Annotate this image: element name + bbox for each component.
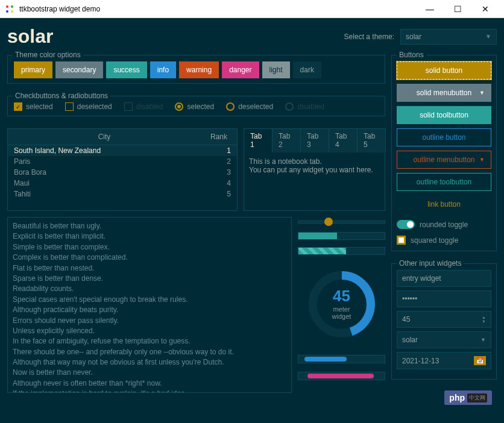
color-success-button[interactable]: success <box>106 61 146 78</box>
color-light-button[interactable]: light <box>262 61 290 78</box>
color-warning-button[interactable]: warning <box>179 61 219 78</box>
theme-title: solar <box>7 25 344 48</box>
tree-row[interactable]: South Island, New Zealand1 <box>8 145 237 156</box>
text-widget[interactable]: Beautiful is better than ugly.Explicit i… <box>7 217 292 393</box>
tab-4[interactable]: Tab 4 <box>329 128 358 152</box>
color-info-button[interactable]: info <box>150 61 176 78</box>
tree-row[interactable]: Paris2 <box>8 156 237 167</box>
checkbox-checked-icon: ✓ <box>14 102 22 111</box>
meter-label: meter widget <box>324 305 360 319</box>
progressbar-striped <box>298 247 385 255</box>
radiobutton-disabled: disabled <box>285 102 324 111</box>
radio-unchecked-icon <box>226 102 235 111</box>
notebook: Tab 1 Tab 2 Tab 3 Tab 4 Tab 5 This is a … <box>244 128 385 211</box>
radiobutton-deselected[interactable]: deselected <box>226 102 273 111</box>
inputs-frame: Other input widgets entry widget •••••• … <box>391 263 497 380</box>
tab-3[interactable]: Tab 3 <box>300 128 329 152</box>
tab-1[interactable]: Tab 1 <box>244 128 272 152</box>
select-theme-label: Select a theme: <box>344 33 394 41</box>
svg-point-1 <box>11 5 13 8</box>
checkbutton-deselected[interactable]: deselected <box>65 102 112 111</box>
rounded-toggle[interactable]: rounded toggle <box>397 220 491 229</box>
outline-menubutton[interactable]: outline menubutton▼ <box>397 151 491 169</box>
toggle-round-icon <box>397 220 415 229</box>
tab-content: This is a notebook tab. You can put any … <box>244 152 385 211</box>
buttons-frame-label: Buttons <box>397 51 426 59</box>
meter-value: 45 <box>324 286 360 305</box>
combobox[interactable]: solar▼ <box>397 331 491 348</box>
tree-row[interactable]: Maui4 <box>8 178 237 189</box>
spinbox-arrows-icon[interactable]: ▲▼ <box>482 315 486 324</box>
checks-frame: Checkbuttons & radiobuttons ✓ selected d… <box>7 96 385 116</box>
svg-point-0 <box>6 5 8 8</box>
outline-button[interactable]: outline button <box>397 128 491 146</box>
outline-toolbutton[interactable]: outline toolbutton <box>397 173 491 191</box>
tab-2[interactable]: Tab 2 <box>272 128 301 152</box>
radiobutton-selected[interactable]: selected <box>175 102 214 111</box>
spinbox[interactable]: 45▲▼ <box>397 311 491 328</box>
scrollbar-info[interactable] <box>298 355 385 363</box>
app-icon <box>5 4 14 14</box>
caret-down-icon: ▼ <box>479 90 485 96</box>
entry-widget[interactable]: entry widget <box>397 270 491 287</box>
chevron-down-icon: ▼ <box>480 337 486 343</box>
color-primary-button[interactable]: primary <box>14 61 52 78</box>
tree-header-rank[interactable]: Rank <box>201 129 237 145</box>
tree-header-city[interactable]: City <box>8 129 201 145</box>
solid-button[interactable]: solid button <box>397 61 491 80</box>
tab-5[interactable]: Tab 5 <box>357 128 386 152</box>
meter-widget: 45 meter widget <box>306 268 378 340</box>
color-options-frame: Theme color options primary secondary su… <box>7 55 385 84</box>
toggle-square-icon <box>397 236 406 245</box>
scale-thumb[interactable] <box>324 218 333 226</box>
tree-row[interactable]: Tahiti5 <box>8 189 237 199</box>
color-danger-button[interactable]: danger <box>222 61 259 78</box>
buttons-frame: Buttons solid button solid menubutton▼ s… <box>391 55 497 251</box>
window-title: ttkbootstrap widget demo <box>19 5 416 13</box>
color-secondary-button[interactable]: secondary <box>55 61 103 78</box>
inputs-frame-label: Other input widgets <box>397 259 464 268</box>
radio-checked-icon <box>175 102 183 111</box>
chevron-down-icon: ▼ <box>485 33 491 40</box>
svg-point-2 <box>6 10 8 13</box>
color-options-label: Theme color options <box>13 51 83 59</box>
color-dark-button[interactable]: dark <box>293 61 321 78</box>
php-watermark: php中文网 <box>444 390 492 405</box>
solid-menubutton[interactable]: solid menubutton▼ <box>397 84 491 102</box>
close-button[interactable]: ✕ <box>471 0 499 18</box>
maximize-button[interactable]: ☐ <box>444 0 471 18</box>
theme-combobox[interactable]: solar ▼ <box>400 29 497 45</box>
progressbar <box>298 232 385 240</box>
calendar-icon[interactable]: 📅 <box>474 356 486 365</box>
checkbutton-selected[interactable]: ✓ selected <box>14 102 53 111</box>
checkbutton-disabled: disabled <box>124 102 163 111</box>
solid-toolbutton[interactable]: solid toolbutton <box>397 106 491 124</box>
password-entry[interactable]: •••••• <box>397 290 491 307</box>
checks-frame-label: Checkbuttons & radiobuttons <box>13 92 110 100</box>
radio-disabled-icon <box>285 102 294 111</box>
date-entry[interactable]: 2021-12-13📅 <box>397 352 491 369</box>
tree-row[interactable]: Bora Bora3 <box>8 167 237 178</box>
caret-down-icon: ▼ <box>479 157 485 163</box>
window-titlebar: ttkbootstrap widget demo — ☐ ✕ <box>0 0 504 18</box>
theme-combobox-value: solar <box>406 33 421 41</box>
svg-point-3 <box>11 10 13 13</box>
checkbox-disabled-icon <box>124 102 133 111</box>
treeview[interactable]: City Rank South Island, New Zealand1 Par… <box>7 128 238 211</box>
checkbox-unchecked-icon <box>65 102 74 111</box>
minimize-button[interactable]: — <box>416 0 444 18</box>
squared-toggle[interactable]: squared toggle <box>397 236 491 245</box>
link-button[interactable]: link button <box>397 195 491 213</box>
scrollbar-danger[interactable] <box>298 372 385 380</box>
scale-widget[interactable] <box>298 221 385 224</box>
